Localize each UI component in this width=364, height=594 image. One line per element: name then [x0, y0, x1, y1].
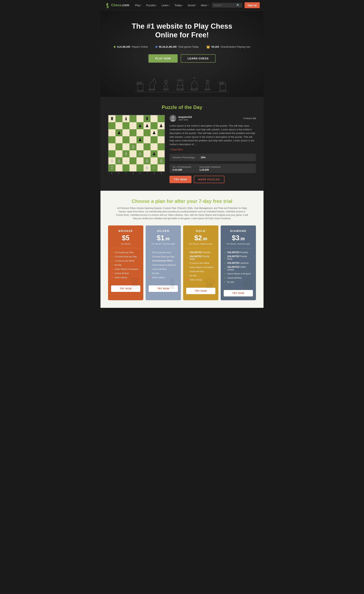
- feature-text: Game Report & Analysis: [114, 268, 138, 270]
- solution-row: Solution Percentage: 18%: [172, 156, 253, 159]
- plan-price: $1.99: [157, 234, 170, 242]
- check-icon: ✓: [149, 251, 151, 254]
- puzzle-container: ♜♝♜♟♟♟♟♟♟♙♗♙♟♙♙♙♙♖♔♘ a b c d e f g h: [108, 115, 256, 183]
- feature-text: No Ads: [114, 264, 121, 266]
- learn-chevron-icon: ▾: [169, 4, 170, 6]
- plan-try-button[interactable]: TRY NOW: [186, 288, 215, 294]
- board-cell: [137, 129, 144, 136]
- feature-text: No Ads: [190, 274, 197, 277]
- plan-feature: ✓2 Puzzle Rush per Day: [111, 255, 140, 258]
- board-cell: [108, 122, 115, 129]
- try-now-button[interactable]: TRY NOW: [170, 176, 192, 183]
- plan-feature: ✓No Ads: [149, 272, 178, 275]
- board-cell: [122, 143, 130, 150]
- play-chevron-icon: ▾: [141, 4, 142, 6]
- board-cell: ♟: [158, 122, 165, 129]
- svg-rect-24: [222, 82, 224, 84]
- check-icon: ✓: [186, 251, 188, 254]
- board-cell: [115, 164, 122, 171]
- feature-text: 5 Puzzle Rush per Day: [152, 256, 174, 258]
- board-cell: ♔: [144, 164, 151, 171]
- author-username: doejohn123: [178, 115, 242, 118]
- plan-feature: ✓UNLIMITED Lessons: [224, 262, 253, 264]
- plan-feature: ✓25 Puzzles per Day: [149, 251, 178, 254]
- plan-btn-wrap: TRY NOW: [108, 283, 143, 296]
- board-cell: [137, 164, 144, 171]
- hero-title: The #1 website to Play Chess Online for …: [104, 22, 260, 39]
- board-cell: [108, 129, 115, 136]
- read-more-link[interactable]: + Read More: [170, 148, 183, 151]
- check-icon: ✓: [186, 270, 188, 273]
- plan-feature: ✓2 Lessons per Week: [111, 259, 140, 262]
- plan-try-button[interactable]: TRY NOW: [111, 285, 140, 292]
- svg-point-27: [172, 116, 174, 119]
- nav-play[interactable]: Play ▾: [133, 3, 144, 8]
- plans-grid: BRONZE $5 Per Month ✓10 Puzzles per Day✓…: [108, 225, 256, 300]
- plan-feature: ✓No Ads: [111, 263, 140, 266]
- nav-more[interactable]: More ▾: [199, 3, 211, 8]
- plan-gold: GOLD $2.99 Per Month, Paid Annually ✓UNL…: [183, 225, 218, 300]
- plan-header: SILVER $1.99 Per Month, Paid Annually: [146, 225, 181, 248]
- plan-feature: ✗Video Library: [149, 276, 178, 279]
- svg-rect-3: [137, 82, 138, 84]
- check-icon: ✓: [111, 255, 113, 258]
- plan-feature: ✗Game Report & Analysis: [111, 268, 140, 271]
- nav-links: Play ▾ Puzzles ▾ Learn ▾ Today ▾ Social …: [133, 3, 212, 8]
- plan-price: $5: [122, 234, 130, 242]
- board-cell: [115, 136, 122, 143]
- feature-text: 25 Puzzles per Day: [152, 251, 171, 254]
- board-cell: ♘: [151, 164, 158, 171]
- puzzle-info: doejohn123 John Doe 4 Hours left Lorem I…: [170, 115, 256, 183]
- plan-feature: ✓No Ads: [224, 281, 253, 284]
- check-icon: ✓: [186, 256, 188, 259]
- logo-text: Chess.com: [111, 3, 129, 7]
- board-cell: [122, 157, 130, 164]
- svg-rect-22: [219, 82, 221, 84]
- play-now-button[interactable]: PLAY NOW: [148, 54, 178, 63]
- nav-social[interactable]: Social ▾: [185, 3, 198, 8]
- board-cell: [151, 157, 158, 164]
- board-cell: [122, 164, 130, 171]
- plan-feature: ✓Unlock All Bots: [149, 268, 178, 271]
- plan-period: Per Month, Paid Annually: [224, 243, 253, 245]
- board-cell: ♙: [108, 157, 115, 164]
- feature-text: Unlock All Bots: [152, 268, 167, 270]
- navbar: Chess.com Play ▾ Puzzles ▾ Learn ▾ Today…: [100, 0, 264, 11]
- feature-text: 3 Lessons per Week: [152, 259, 173, 262]
- search-box: 🔍: [212, 3, 242, 7]
- plan-btn-wrap: TRY NOW: [146, 283, 181, 296]
- board-cell: [130, 164, 137, 171]
- plan-try-button[interactable]: TRY NOW: [149, 285, 178, 292]
- plan-try-button[interactable]: TRY NOW: [224, 290, 253, 297]
- board-cell: [130, 115, 137, 122]
- learn-chess-button[interactable]: LEARN CHESS: [181, 54, 215, 63]
- plan-feature: ✓UNLIMITED Puzzle Rush: [224, 255, 253, 260]
- x-icon: ✗: [111, 272, 113, 275]
- feature-text: UNLIMITED Puzzles: [190, 251, 211, 254]
- plan-features: ✓10 Puzzles per Day✓2 Puzzle Rush per Da…: [108, 248, 143, 283]
- plan-bronze: BRONZE $5 Per Month ✓10 Puzzles per Day✓…: [108, 225, 143, 300]
- plan-feature: ✓Game Report & Analysis: [149, 263, 178, 266]
- board-cell: [130, 150, 137, 157]
- logo-icon: [104, 2, 110, 8]
- plan-price: $3.99: [232, 234, 245, 242]
- logo[interactable]: Chess.com: [104, 2, 129, 8]
- nav-puzzles[interactable]: Puzzles ▾: [144, 3, 159, 8]
- puzzle-stats-grid: No. of Participants: 6,44,589 Successful…: [170, 164, 256, 173]
- board-cell: ♗: [122, 150, 130, 157]
- search-input[interactable]: [214, 4, 237, 7]
- nav-learn[interactable]: Learn ▾: [160, 3, 172, 8]
- nav-today[interactable]: Today ▾: [172, 3, 185, 8]
- board-cell: [151, 136, 158, 143]
- signup-button[interactable]: Sign-up: [245, 2, 260, 8]
- svg-point-14: [182, 80, 183, 81]
- svg-rect-6: [137, 90, 143, 91]
- puzzle-description: Lorem Ipsum is the Author's description …: [170, 124, 256, 146]
- plan-feature: ✓UNLIMITED Video Library: [224, 266, 253, 271]
- crown-icon: 👑: [206, 45, 210, 49]
- more-puzzles-button[interactable]: MORE PUZZLES: [194, 176, 225, 183]
- check-icon: ✓: [224, 272, 226, 275]
- participants-col: No. of Participants: 6,44,589: [172, 166, 192, 171]
- board-cell: ♙: [137, 150, 144, 157]
- plan-name: DIAMOND: [224, 229, 253, 232]
